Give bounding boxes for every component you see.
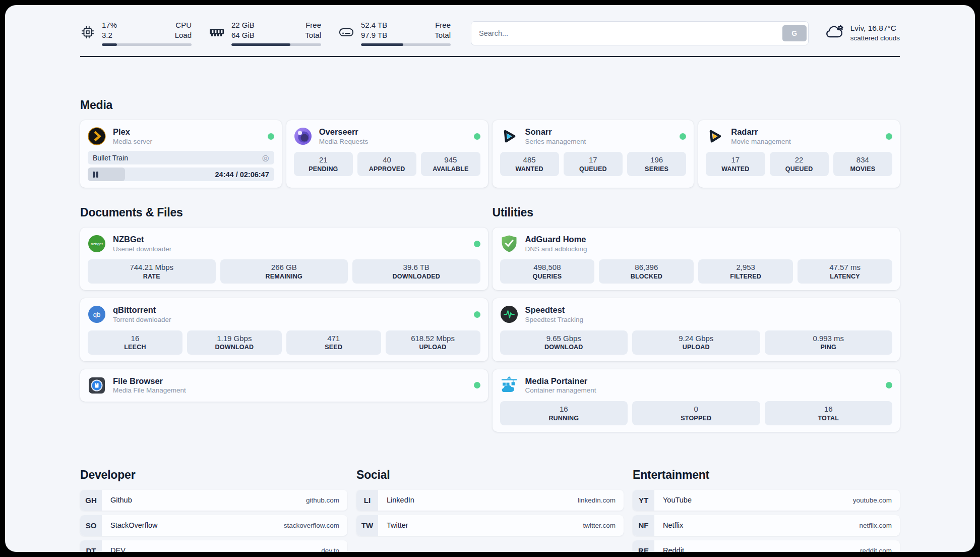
filebrowser-icon [88, 376, 106, 395]
ram-label-top: Free [305, 20, 321, 30]
now-playing-title-row: Bullet Train ◎ [88, 151, 274, 164]
app-card-adguard[interactable]: AdGuard Home DNS and adblocking 498,508Q… [493, 228, 900, 290]
app-name: Media Portainer [525, 376, 596, 386]
disk-free-value: 52.4 TB [361, 20, 387, 30]
session-details-icon[interactable]: ◎ [262, 153, 269, 162]
stat-filtered: 2,953FILTERED [698, 259, 793, 284]
stat-downloaded: 39.6 TBDOWNLOADED [352, 259, 480, 284]
section-developer: Developer GH Github github.com SO StackO… [80, 468, 347, 552]
app-card-qbittorrent[interactable]: qb qBittorrent Torrent downloader 16LEEC… [80, 298, 488, 361]
link-linkedin[interactable]: LI LinkedIn linkedin.com [356, 490, 624, 511]
radarr-icon [706, 127, 724, 145]
status-dot [886, 382, 892, 388]
app-name: File Browser [113, 376, 186, 386]
link-stackoverflow[interactable]: SO StackOverflow stackoverflow.com [80, 515, 347, 536]
link-name: Github [110, 496, 132, 504]
app-subtitle: Movie management [731, 137, 791, 146]
system-stats: 17%3.2 CPULoad 22 GiB64 GiB [80, 20, 451, 46]
disk-label-top: Free [435, 20, 451, 30]
link-name: LinkedIn [387, 496, 414, 504]
stat-approved: 40APPROVED [357, 152, 416, 176]
pause-icon[interactable] [93, 172, 98, 178]
app-subtitle: Usenet downloader [113, 245, 171, 254]
stat-running: 16RUNNING [500, 401, 628, 425]
search-engine-button[interactable]: G [782, 25, 807, 41]
cpu-icon [80, 25, 95, 42]
disk-total-value: 97.9 TB [361, 30, 387, 40]
link-url: twitter.com [583, 522, 616, 529]
app-card-sonarr[interactable]: Sonarr Series management 485WANTED 17QUE… [493, 120, 694, 188]
app-card-filebrowser[interactable]: File Browser Media File Management [80, 369, 488, 402]
link-url: netflix.com [859, 522, 892, 529]
link-dev[interactable]: DT DEV dev.to [80, 540, 347, 552]
link-netflix[interactable]: NF Netflix netflix.com [633, 515, 900, 536]
app-name: AdGuard Home [525, 234, 587, 245]
stat-wanted: 17WANTED [706, 152, 765, 176]
link-url: reddit.com [860, 547, 892, 552]
app-name: Speedtest [525, 305, 584, 315]
status-dot [474, 241, 480, 247]
search-bar: G [471, 21, 809, 45]
stat-remaining: 266 GBREMAINING [220, 259, 348, 284]
app-card-portainer[interactable]: Media Portainer Container management 16R… [493, 369, 900, 432]
plex-icon [88, 127, 106, 145]
link-url: github.com [306, 496, 339, 504]
app-card-plex[interactable]: Plex Media server Bullet Train ◎ 24:44 /… [80, 120, 282, 188]
app-card-speedtest[interactable]: Speedtest Speedtest Tracking 9.65 GbpsDO… [493, 298, 900, 361]
screen-frame: 17%3.2 CPULoad 22 GiB64 GiB [0, 0, 980, 557]
stat-seed: 471SEED [286, 330, 381, 355]
disk-icon [338, 26, 354, 41]
disk-progressbar [361, 43, 451, 46]
app-card-overseerr[interactable]: Overseerr Media Requests 21PENDING 40APP… [286, 120, 488, 188]
overseerr-icon [294, 127, 312, 145]
link-github[interactable]: GH Github github.com [80, 490, 347, 511]
section-social: Social LI LinkedIn linkedin.com TW Twitt… [356, 468, 624, 552]
svg-text:nzbget: nzbget [91, 242, 103, 246]
stat-wanted: 485WANTED [500, 152, 559, 176]
section-documents: Documents & Files nzbget NZBGet U [80, 206, 488, 402]
app-card-radarr[interactable]: Radarr Movie management 17WANTED 22QUEUE… [698, 120, 900, 188]
disk-label-bottom: Total [435, 30, 451, 40]
sonarr-icon [500, 127, 518, 145]
app-subtitle: Series management [525, 137, 586, 146]
search-input[interactable] [473, 29, 782, 37]
status-dot [680, 133, 686, 140]
documents-section-title: Documents & Files [80, 206, 488, 219]
section-utilities: Utilities AdGuard Home [493, 206, 900, 432]
ram-total-value: 64 GiB [231, 30, 255, 40]
speedtest-icon [500, 305, 518, 323]
stat-series: 196SERIES [627, 152, 686, 176]
link-name: Reddit [663, 546, 684, 552]
app-name: qBittorrent [113, 305, 171, 315]
app-subtitle: Torrent downloader [113, 315, 171, 324]
app-name: NZBGet [113, 234, 171, 245]
section-entertainment: Entertainment YT YouTube youtube.com NF … [633, 468, 900, 552]
cloud-icon [825, 24, 844, 42]
link-reddit[interactable]: RE Reddit reddit.com [633, 540, 900, 552]
status-dot [268, 133, 274, 140]
link-name: YouTube [663, 496, 692, 504]
link-abbr: RE [633, 540, 654, 552]
link-abbr: NF [633, 515, 654, 536]
stat-queries: 498,508QUERIES [500, 259, 595, 284]
app-subtitle: DNS and adblocking [525, 245, 587, 254]
stat-upload: 9.24 GbpsUPLOAD [632, 330, 760, 355]
app-card-nzbget[interactable]: nzbget NZBGet Usenet downloader 744.21 M… [80, 228, 488, 290]
stat-leech: 16LEECH [88, 330, 182, 355]
utilities-section-title: Utilities [493, 206, 900, 219]
memory-stat: 22 GiB64 GiB FreeTotal [209, 20, 321, 46]
cpu-label-top: CPU [175, 20, 192, 30]
link-name: Twitter [387, 521, 408, 529]
entertainment-section-title: Entertainment [633, 468, 900, 482]
link-twitter[interactable]: TW Twitter twitter.com [356, 515, 624, 536]
link-name: Netflix [663, 521, 683, 529]
status-dot [474, 133, 480, 140]
top-bar: 17%3.2 CPULoad 22 GiB64 GiB [80, 20, 900, 46]
disk-progress-fill [361, 43, 403, 46]
status-dot [474, 311, 480, 318]
ram-progressbar [231, 43, 321, 46]
stat-blocked: 86,396BLOCKED [599, 259, 694, 284]
link-youtube[interactable]: YT YouTube youtube.com [633, 490, 900, 511]
stat-download: 9.65 GbpsDOWNLOAD [500, 330, 628, 355]
link-name: StackOverflow [110, 521, 157, 529]
